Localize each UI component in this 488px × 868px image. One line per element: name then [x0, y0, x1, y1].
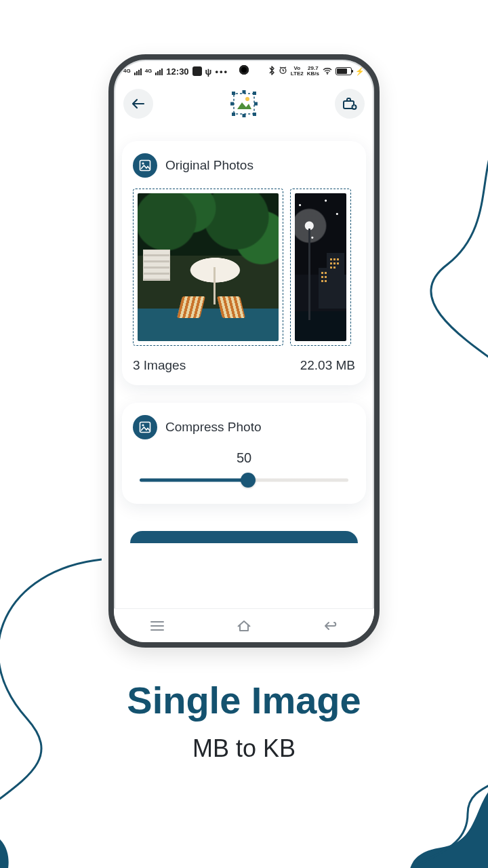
battery-icon — [336, 67, 352, 75]
marketing-headline: Single Image — [0, 678, 488, 722]
svg-rect-2 — [234, 94, 254, 114]
quality-slider[interactable] — [140, 473, 348, 488]
menu-icon — [150, 620, 165, 631]
originals-card: Original Photos 3 I — [122, 141, 366, 385]
compress-title: Compress Photo — [165, 420, 262, 435]
svg-rect-6 — [253, 113, 256, 116]
svg-rect-7 — [243, 90, 246, 94]
compress-card: Compress Photo 50 — [122, 403, 366, 504]
front-camera — [239, 65, 249, 75]
bluetooth-icon — [268, 66, 275, 77]
system-nav-bar — [114, 608, 374, 642]
thumb-2[interactable] — [290, 189, 351, 346]
slider-thumb[interactable] — [241, 473, 256, 488]
signal-bars-1 — [134, 67, 142, 75]
wifi-icon — [323, 66, 332, 77]
svg-rect-3 — [232, 92, 235, 95]
home-button[interactable] — [232, 616, 256, 636]
app-header — [114, 80, 374, 127]
export-button[interactable] — [335, 89, 365, 119]
svg-rect-8 — [243, 114, 246, 117]
svg-rect-4 — [253, 92, 256, 95]
svg-point-11 — [245, 97, 249, 101]
images-size: 22.03 MB — [300, 358, 355, 373]
charging-icon: ⚡ — [355, 67, 365, 76]
thumb-1[interactable] — [133, 189, 283, 346]
speed-label: 29.7KB/s — [307, 66, 319, 77]
network-label-2: 4G — [145, 68, 152, 74]
briefcase-down-icon — [342, 97, 357, 111]
volte-label: VoLTE2 — [291, 66, 304, 77]
photo-badge-icon — [133, 153, 157, 178]
back-nav-button[interactable] — [319, 616, 343, 636]
marketing-block: Single Image MB to KB — [0, 678, 488, 763]
phone-mockup: 4G 4G 12:30 ψ ••• VoLTE2 29.7KB/s ⚡ — [108, 54, 380, 648]
compress-badge-icon — [133, 415, 157, 439]
app-logo — [228, 87, 260, 120]
photo-night-city — [295, 193, 346, 341]
more-status-icon: ••• — [215, 66, 228, 77]
home-icon — [236, 620, 252, 632]
marketing-subhead: MB to KB — [0, 734, 488, 763]
status-time: 12:30 — [166, 66, 188, 77]
usb-icon: ψ — [205, 66, 212, 77]
network-label: 4G — [123, 68, 131, 74]
photo-patio — [138, 193, 279, 341]
arrow-left-icon — [131, 98, 145, 109]
primary-action-button[interactable] — [130, 531, 358, 543]
recent-apps-button[interactable] — [145, 616, 169, 636]
back-button[interactable] — [123, 89, 153, 119]
originals-title: Original Photos — [165, 158, 253, 173]
alarm-icon — [279, 66, 287, 77]
thumbs-row[interactable] — [133, 189, 355, 346]
svg-point-1 — [327, 73, 328, 74]
slider-value: 50 — [133, 450, 355, 466]
images-count: 3 Images — [133, 358, 186, 373]
svg-rect-5 — [232, 113, 235, 116]
svg-point-15 — [142, 162, 144, 164]
svg-point-17 — [142, 424, 144, 426]
keyboard-icon — [192, 66, 202, 76]
signal-bars-2 — [155, 67, 163, 75]
back-icon — [323, 620, 339, 631]
svg-rect-9 — [230, 102, 234, 106]
svg-rect-10 — [254, 102, 258, 106]
